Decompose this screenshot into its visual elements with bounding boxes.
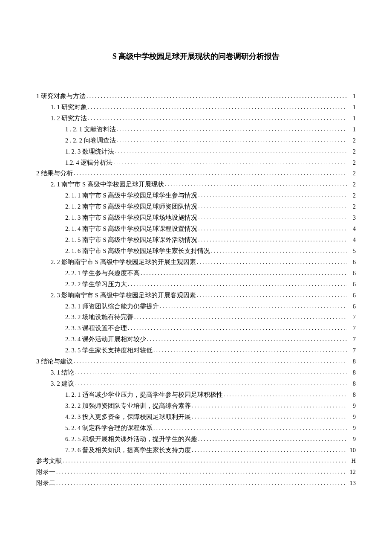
toc-leader-dots <box>198 224 347 233</box>
toc-leader-dots <box>88 113 347 122</box>
toc-entry-label: 2. 3. 4 课外活动开展相对较少 <box>65 334 146 345</box>
toc-leader-dots <box>134 312 347 321</box>
toc-entry: 2. 3. 1 师资团队综合能力仍需提升6 <box>36 302 356 312</box>
toc-entry-label: 3. 1 结论 <box>51 368 74 378</box>
toc-entry-label: 附录二 <box>36 478 55 488</box>
toc-entry-page: 9 <box>348 412 356 422</box>
toc-entry-label: 2. 2. 1 学生参与兴趣度不高 <box>65 268 140 279</box>
toc-entry: 1. 1 研究对象1 <box>36 102 356 113</box>
toc-leader-dots <box>56 467 347 476</box>
toc-entry-page: 2 <box>348 136 356 146</box>
toc-entry-label: 2. 1. 1 南宁市 S 高级中学校园足球学生参与情况 <box>65 191 197 201</box>
toc-leader-dots <box>75 379 347 388</box>
toc-entry-label: 2 . 2. 2 问卷调查法 <box>65 136 116 146</box>
toc-entry-page: 7 <box>348 346 356 356</box>
toc-entry-page: 8 <box>348 390 356 400</box>
toc-leader-dots <box>153 423 347 432</box>
toc-entry-label: 2. 1. 4 南宁市 S 高级中学校园足球课程设置情况 <box>65 224 197 234</box>
toc-entry-label: 2. 2 影响南宁市 S 高级中学校园足球的开展主观因素 <box>51 257 196 267</box>
toc-leader-dots <box>198 202 347 211</box>
toc-entry-label: 2. 3. 2 场地设施有待完善 <box>65 312 133 323</box>
toc-entry-page: 2 <box>348 147 356 157</box>
toc-entry-label: 2 结果与分析 <box>36 169 73 179</box>
toc-leader-dots <box>75 368 347 377</box>
toc-entry-page: 6 <box>348 279 356 290</box>
toc-entry-label: 3. 2. 2 加强师资团队专业培训，提高综合素养 <box>65 401 191 411</box>
toc-entry: 3. 2 建议8 <box>36 379 356 389</box>
toc-entry: 1 研究对象与方法1 <box>36 91 356 102</box>
toc-entry-label: 1. 1 研究对象 <box>51 102 87 113</box>
toc-entry-label: 1 研究对象与方法 <box>36 91 86 102</box>
toc-leader-dots <box>86 91 347 100</box>
toc-entry-page: 6 <box>348 268 356 279</box>
toc-entry-label: 6. 2. 5 积极开展相关课外活动，提升学生的兴趣 <box>65 434 197 445</box>
toc-leader-dots <box>117 125 348 134</box>
toc-entry: 6. 2. 5 积极开展相关课外活动，提升学生的兴趣9 <box>36 434 356 445</box>
toc-entry: 2. 3. 2 场地设施有待完善7 <box>36 312 356 323</box>
toc-entry: 2. 3. 4 课外活动开展相对较少7 <box>36 334 356 345</box>
toc-leader-dots <box>74 169 347 177</box>
toc-entry-page: 2 <box>348 169 356 179</box>
toc-entry: 附录二 13 <box>36 478 356 488</box>
toc-leader-dots <box>197 257 347 266</box>
toc-leader-dots <box>153 346 347 355</box>
toc-entry-page: 9 <box>348 401 356 411</box>
toc-entry-page: 2 <box>348 202 356 212</box>
toc-entry: 2. 1. 3 南宁市 S 高级中学校园足球场地设施情况 3 <box>36 213 356 223</box>
toc-entry: 2. 1. 2 南宁市 S 高级中学校园足球师资团队情况 2 <box>36 202 356 212</box>
toc-entry-label: 2. 3. 1 师资团队综合能力仍需提升 <box>65 302 159 312</box>
toc-entry-page: 2 <box>348 180 356 190</box>
toc-entry-label: 参考文献 <box>36 456 62 466</box>
toc-leader-dots <box>192 412 347 421</box>
toc-entry-label: 5. 2. 4 制定科学合理的课程体系 <box>65 423 153 433</box>
toc-leader-dots <box>141 268 347 277</box>
toc-entry: 附录一 12 <box>36 467 356 477</box>
toc-entry-page: 4 <box>348 224 356 234</box>
toc-entry-label: 7. 2. 6 普及相关知识，提高学生家长支持力度 <box>65 445 191 456</box>
toc-entry-page: H <box>348 456 356 466</box>
toc-entry: 2. 1. 4 南宁市 S 高级中学校园足球课程设置情况 4 <box>36 224 356 234</box>
toc-entry: 3. 1 结论8 <box>36 368 356 378</box>
toc-entry: 2. 3. 3 课程设置不合理7 <box>36 323 356 334</box>
toc-entry-label: 附录一 <box>36 467 55 477</box>
toc-entry-page: 1 <box>348 113 356 124</box>
toc-entry-page: 12 <box>348 467 356 477</box>
toc-leader-dots <box>115 147 347 156</box>
toc-leader-dots <box>88 102 347 111</box>
toc-entry: 3. 2. 2 加强师资团队专业培训，提高综合素养9 <box>36 401 356 411</box>
table-of-contents: 1 研究对象与方法11. 1 研究对象11. 2 研究方法11 . 2. 1 文… <box>36 91 356 488</box>
toc-leader-dots <box>113 158 347 167</box>
toc-entry-page: 7 <box>348 334 356 345</box>
document-title: S 高级中学校园足球开展现状的问卷调研分析报告 <box>36 51 356 61</box>
toc-entry-page: 9 <box>348 423 356 433</box>
toc-entry-page: 1 <box>348 102 356 113</box>
toc-leader-dots <box>198 213 347 222</box>
toc-entry: 2. 3. 5 学生家长支持度相对较低7 <box>36 346 356 356</box>
toc-entry-page: 1 <box>348 91 356 102</box>
toc-entry: 1.2. 4 逻辑分析法2 <box>36 158 356 168</box>
toc-entry: 参考文献 H <box>36 456 356 466</box>
toc-leader-dots <box>63 456 347 465</box>
toc-entry-label: 1 . 2. 1 文献资料法 <box>65 125 116 135</box>
toc-entry-label: 3 结论与建议 <box>36 357 73 367</box>
toc-leader-dots <box>211 246 347 255</box>
toc-entry-page: 3 <box>348 213 356 223</box>
toc-leader-dots <box>224 390 347 399</box>
toc-entry: 2. 1 南宁市 S 高级中学校园足球开展现状2 <box>36 180 356 190</box>
toc-entry-page: 1 <box>348 125 356 135</box>
toc-entry-label: 1. 2. 1 适当减少学业压力，提高学生参与校园足球积极性 <box>65 390 223 400</box>
toc-entry-page: 9 <box>348 434 356 445</box>
toc-entry-label: 1.2. 4 逻辑分析法 <box>65 158 112 168</box>
toc-entry: 2. 3 影响南宁市 S 高级中学校园足球的开展客观因素 6 <box>36 291 356 301</box>
toc-entry-label: 2. 1 南宁市 S 高级中学校园足球开展现状 <box>51 180 164 190</box>
toc-leader-dots <box>198 235 347 244</box>
toc-entry-label: 1. 2 研究方法 <box>51 113 87 124</box>
toc-leader-dots <box>192 445 347 454</box>
toc-entry: 1. 2. 1 适当减少学业压力，提高学生参与校园足球积极性8 <box>36 390 356 400</box>
toc-entry: 7. 2. 6 普及相关知识，提高学生家长支持力度10 <box>36 445 356 456</box>
toc-entry-page: 5 <box>348 246 356 256</box>
toc-leader-dots <box>192 401 347 410</box>
toc-leader-dots <box>165 180 347 189</box>
toc-entry: 2. 1. 5 南宁市 S 高级中学校园足球课外活动情况 4 <box>36 235 356 245</box>
toc-entry: 1. 2. 3 数理统计法2 <box>36 147 356 157</box>
